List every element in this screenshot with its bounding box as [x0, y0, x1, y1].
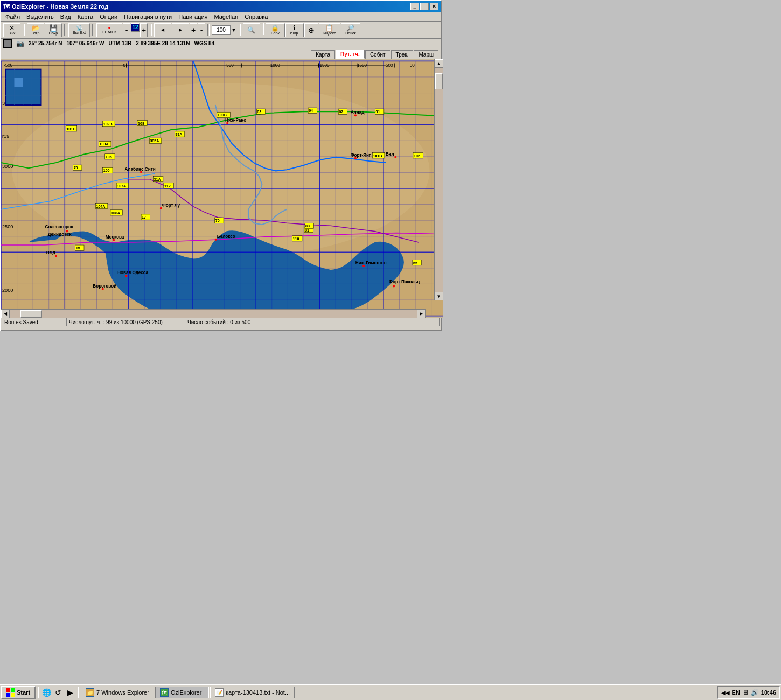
map-prev-button[interactable]: ◀ — [154, 23, 171, 37]
toolbar-group-track: ● +TRACK - 12 + — [96, 23, 148, 37]
menu-nav-route[interactable]: Навигация в пути — [121, 13, 175, 20]
index-label: Индекс — [323, 31, 336, 35]
svg-text:1000: 1000 — [270, 63, 281, 68]
zoom-dropdown-arrow[interactable]: ▼ — [231, 27, 236, 33]
info-icon: ℹ — [293, 25, 296, 31]
scroll-thumb-h[interactable] — [20, 310, 42, 318]
tab-map[interactable]: Карта — [311, 50, 335, 59]
scroll-track-v — [435, 68, 443, 292]
scroll-left-button[interactable]: ◀ — [1, 310, 10, 318]
svg-text:Алабинс.Сити: Алабинс.Сити — [124, 166, 155, 172]
waypoint-minus-button[interactable]: - — [123, 23, 130, 37]
index-button[interactable]: 📋 Индекс — [319, 23, 340, 37]
svg-text:Москова: Москова — [106, 235, 124, 240]
svg-text:2500: 2500 — [2, 224, 13, 229]
menu-options[interactable]: Опции — [96, 13, 121, 20]
tab-track[interactable]: Трек. — [391, 50, 414, 59]
media-icon[interactable]: ▶ — [65, 687, 75, 698]
svg-point-144 — [215, 239, 217, 241]
search-btn[interactable]: 🔍 — [243, 23, 260, 37]
menu-help[interactable]: Справка — [241, 13, 271, 20]
track-icon: ● — [108, 26, 111, 30]
taskbar-oziexplorer[interactable]: 🗺 OziExplorer — [155, 687, 209, 698]
svg-text:63: 63 — [257, 110, 261, 114]
zoom-in-button[interactable]: + — [190, 23, 197, 37]
scroll-down-button[interactable]: ▼ — [435, 292, 443, 300]
menu-map[interactable]: Карта — [74, 13, 96, 20]
load-label: Загр — [32, 31, 40, 35]
load-icon: 📂 — [32, 25, 40, 31]
map-area[interactable]: -500 0 500 1000 1500 1500 500 00 3500 30… — [1, 59, 443, 318]
windows-logo — [6, 688, 15, 697]
taskbar-notepad-label: карта-130413.txt - Not... — [226, 689, 290, 696]
lang-indicator[interactable]: EN — [732, 689, 740, 696]
menu-select[interactable]: Выделить — [23, 13, 57, 20]
menu-view[interactable]: Вид — [57, 13, 74, 20]
svg-point-153 — [125, 275, 127, 277]
svg-text:ПЛД: ПЛД — [46, 250, 56, 255]
scroll-right-button[interactable]: ▶ — [417, 310, 426, 318]
svg-text:2000: 2000 — [2, 288, 13, 293]
center-button[interactable]: ⊕ — [304, 23, 318, 37]
map-next-button[interactable]: ▶ — [172, 23, 189, 37]
zoom-value[interactable]: 100 — [212, 25, 231, 35]
coord-utm-coords: 2 89 395E 28 14 131N — [136, 40, 190, 46]
status-bar: Routes Saved Число пут.тч. : 99 из 10000… — [1, 318, 441, 326]
scrollbar-bottom[interactable]: ◀ ▶ — [1, 309, 426, 318]
scrollbar-right[interactable]: ▲ ▼ — [434, 59, 443, 300]
waypoint-plus-button[interactable]: + — [140, 23, 148, 37]
scroll-up-button[interactable]: ▲ — [435, 59, 443, 68]
taskbar-ozi-label: OziExplorer — [171, 689, 201, 696]
status-empty — [271, 318, 440, 326]
svg-text:105: 105 — [103, 169, 110, 173]
search-toolbar-icon: 🔍 — [247, 27, 255, 33]
svg-text:Форт Лу: Форт Лу — [162, 203, 180, 208]
info-button[interactable]: ℹ Инф. — [285, 23, 304, 37]
svg-text:104А: 104А — [96, 205, 105, 209]
tray-volume-icon[interactable]: 🔊 — [751, 689, 759, 696]
load-button[interactable]: 📂 Загр — [27, 23, 44, 37]
ie-icon[interactable]: 🌐 — [41, 687, 52, 698]
svg-text:Ниж-Гимостоп: Ниж-Гимостоп — [355, 261, 387, 265]
svg-point-149 — [55, 255, 57, 257]
exit-button[interactable]: ✕ Вых — [3, 23, 20, 37]
browser-icon[interactable]: ↺ — [53, 687, 64, 698]
block-button[interactable]: 🔒 Блок — [266, 23, 285, 37]
svg-text:r19: r19 — [2, 134, 9, 139]
start-label: Start — [17, 689, 30, 696]
tray-arrows[interactable]: ◀◀ — [721, 690, 730, 696]
svg-text:61: 61 — [376, 110, 380, 114]
zoom-out-button[interactable]: - — [198, 23, 205, 37]
find-button[interactable]: 🔎 Поиск — [341, 23, 360, 37]
find-label: Поиск — [345, 31, 355, 35]
svg-text:Форт Пакольц: Форт Пакольц — [389, 279, 420, 284]
zoom-selector[interactable]: 100 ▼ — [212, 25, 236, 35]
save-button[interactable]: 💾 Сохр — [45, 23, 62, 37]
svg-point-161 — [226, 122, 228, 124]
taskbar-notepad[interactable]: 📝 карта-130413.txt - Not... — [210, 687, 295, 698]
toolbar-sep-5 — [207, 24, 210, 36]
menu-file[interactable]: Файл — [2, 13, 23, 20]
start-button[interactable]: Start — [1, 686, 36, 699]
maximize-button[interactable]: □ — [420, 3, 429, 10]
tab-route[interactable]: Марш — [414, 50, 438, 59]
toolbar-sep-1 — [23, 24, 25, 36]
svg-text:101В: 101В — [373, 154, 382, 158]
close-button[interactable]: ✕ — [430, 3, 438, 10]
minimize-button[interactable]: _ — [410, 3, 419, 10]
tab-waypoints[interactable]: Пут. тч. — [336, 50, 365, 59]
quicklaunch-sep — [38, 687, 39, 698]
scroll-thumb-v[interactable] — [435, 73, 443, 89]
svg-text:65: 65 — [413, 261, 417, 265]
track-button[interactable]: ● +TRACK — [96, 23, 122, 37]
gps-button[interactable]: 📡 Вкл Ext — [68, 23, 90, 37]
title-bar: 🗺 OziExplorer - Новая Земля 22 год _ □ ✕ — [1, 1, 441, 12]
svg-text:31А: 31А — [154, 178, 161, 182]
coord-bar: 📷 25° 25.754r N 107° 05.646r W UTM 13R 2… — [1, 39, 441, 48]
menu-nav[interactable]: Навигация — [175, 13, 211, 20]
menu-magellan[interactable]: Magellan — [211, 13, 242, 20]
block-label: Блок — [271, 31, 280, 35]
tab-events[interactable]: Собит — [365, 50, 390, 59]
taskbar-windows-explorer[interactable]: 📁 7 Windows Explorer — [81, 687, 154, 698]
svg-text:500: 500 — [386, 63, 393, 68]
